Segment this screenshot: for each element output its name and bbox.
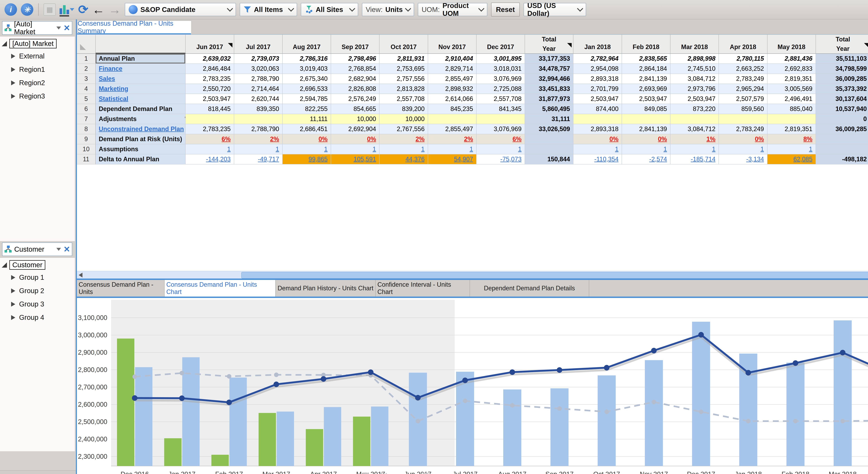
table-cell[interactable]: 1 <box>234 144 283 155</box>
collapsed-triangle-icon[interactable] <box>11 67 15 72</box>
table-cell[interactable]: 1% <box>671 134 719 144</box>
table-cell[interactable]: 2,783,235 <box>186 74 234 84</box>
collapsed-triangle-icon[interactable] <box>11 315 15 320</box>
column-header-aug17[interactable]: Aug 2017 <box>283 35 331 54</box>
table-cell[interactable]: 2,701,799 <box>574 84 622 94</box>
tab-consensus-demand-plan-units[interactable]: Consensus Demand Plan - Units <box>77 280 164 297</box>
table-cell[interactable]: 33,177,353 <box>525 54 574 64</box>
close-icon[interactable]: ✕ <box>63 23 70 33</box>
row-number[interactable]: 2 <box>77 64 96 74</box>
column-header-sep17[interactable]: Sep 2017 <box>331 35 379 54</box>
table-cell[interactable]: 8% <box>768 134 816 144</box>
table-cell[interactable]: 2,550,720 <box>186 84 234 94</box>
table-cell[interactable]: 0 <box>816 114 868 124</box>
table-cell[interactable]: 839,350 <box>234 104 283 114</box>
column-header-oct17[interactable]: Oct 2017 <box>379 35 428 54</box>
table-cell[interactable]: 1 <box>428 144 476 155</box>
row-label-marketing[interactable]: Marketing <box>96 84 186 94</box>
row-label-statistical[interactable]: Statistical <box>96 94 186 104</box>
row-label-annual-plan[interactable]: Annual Plan <box>96 54 186 64</box>
table-cell[interactable]: 0% <box>622 134 671 144</box>
label-column-header[interactable] <box>96 35 186 54</box>
customer-tree-item[interactable]: Group 2 <box>0 284 75 298</box>
table-cell[interactable]: 818,445 <box>186 104 234 114</box>
table-cell[interactable]: 2,893,318 <box>574 74 622 84</box>
table-cell[interactable]: 62,085 <box>768 155 816 164</box>
table-cell[interactable]: 3,020,063 <box>234 64 283 74</box>
table-cell[interactable]: 2% <box>379 134 428 144</box>
table-cell[interactable]: 2,576,249 <box>331 94 379 104</box>
table-cell[interactable]: 99,865 <box>283 155 331 164</box>
table-cell[interactable]: 11,111 <box>283 114 331 124</box>
chevron-down-icon[interactable] <box>56 27 61 30</box>
collapsed-triangle-icon[interactable] <box>11 289 15 293</box>
table-cell[interactable] <box>525 144 574 155</box>
table-cell[interactable]: 6% <box>186 134 234 144</box>
table-cell[interactable]: 2,682,904 <box>331 74 379 84</box>
expanded-triangle-icon[interactable] <box>2 262 7 268</box>
table-cell[interactable]: 2,614,066 <box>428 94 476 104</box>
table-cell[interactable]: 2,507,579 <box>719 94 767 104</box>
refresh-icon[interactable]: ⟳ <box>78 4 88 15</box>
tab-dependent-demand-plan-details[interactable]: Dependent Demand Plan Details <box>470 280 589 297</box>
table-cell[interactable]: 2,692,904 <box>331 124 379 134</box>
market-tree-root[interactable]: [Auto] Market <box>9 39 57 48</box>
table-cell[interactable]: 2,783,249 <box>719 124 767 134</box>
table-cell[interactable]: 2,898,998 <box>671 54 719 64</box>
tab-demand-plan-history-units-chart[interactable]: Demand Plan History - Units Chart <box>276 280 376 297</box>
table-cell[interactable]: 2,973,796 <box>671 84 719 94</box>
table-cell[interactable]: 1 <box>186 144 234 155</box>
table-cell[interactable]: 2,503,947 <box>671 94 719 104</box>
market-hierarchy-selector[interactable]: [Auto] Market ✕ <box>2 21 72 35</box>
table-cell[interactable]: 2,496,491 <box>768 94 816 104</box>
table-cell[interactable]: 2,826,808 <box>331 84 379 94</box>
table-cell[interactable]: 2,898,932 <box>428 84 476 94</box>
table-cell[interactable]: 2,767,556 <box>379 124 428 134</box>
table-cell[interactable]: 2,838,565 <box>622 54 671 64</box>
table-cell[interactable]: 2,788,790 <box>234 124 283 134</box>
table-cell[interactable]: 30,137,604 <box>816 94 868 104</box>
table-cell[interactable]: 2,855,497 <box>428 74 476 84</box>
table-cell[interactable]: -144,203 <box>186 155 234 164</box>
table-cell[interactable]: 2,811,931 <box>379 54 428 64</box>
table-cell[interactable]: 2,965,294 <box>719 84 767 94</box>
table-cell[interactable]: 2,841,139 <box>622 124 671 134</box>
table-cell[interactable]: 0% <box>283 134 331 144</box>
table-cell[interactable] <box>574 114 622 124</box>
table-cell[interactable]: 3,019,403 <box>283 64 331 74</box>
table-cell[interactable]: 2,841,139 <box>622 74 671 84</box>
table-cell[interactable]: 34,478,757 <box>525 64 574 74</box>
table-cell[interactable]: 2,881,436 <box>768 54 816 64</box>
view-dropdown[interactable]: View: Units <box>362 3 414 16</box>
row-number[interactable]: 1 <box>77 54 96 64</box>
table-cell[interactable]: 54,907 <box>428 155 476 164</box>
row-number[interactable]: 9 <box>77 134 96 144</box>
scrollbar-left-arrow[interactable] <box>79 273 83 277</box>
table-cell[interactable]: 10,537,940 <box>816 104 868 114</box>
table-cell[interactable]: 2,757,556 <box>379 74 428 84</box>
table-cell[interactable] <box>525 134 574 144</box>
row-label-dependent-demand-plan[interactable]: Dependent Demand Plan <box>96 104 186 114</box>
table-cell[interactable]: 2,780,115 <box>719 54 767 64</box>
reset-button[interactable]: Reset <box>491 3 520 16</box>
table-cell[interactable]: 2,714,464 <box>234 84 283 94</box>
table-cell[interactable]: 2,798,496 <box>331 54 379 64</box>
row-label-link[interactable]: Marketing <box>99 85 128 93</box>
table-cell[interactable]: 2,557,708 <box>476 94 525 104</box>
column-header-jan18[interactable]: Jan 2018 <box>574 35 622 54</box>
row-label-link[interactable]: Unconstrained Demand Plan <box>99 125 184 133</box>
column-header-jul17[interactable]: Jul 2017 <box>234 35 283 54</box>
table-cell[interactable]: 33,026,509 <box>525 124 574 134</box>
items-filter-dropdown[interactable]: All Items <box>240 3 297 16</box>
collapsed-triangle-icon[interactable] <box>11 302 15 307</box>
table-cell[interactable]: 2,788,790 <box>234 74 283 84</box>
table-cell[interactable]: 2,864,184 <box>622 64 671 74</box>
table-cell[interactable]: 3,084,712 <box>671 74 719 84</box>
table-cell[interactable]: 2,503,947 <box>574 94 622 104</box>
table-cell[interactable] <box>186 114 234 124</box>
market-tree-item[interactable]: Region2 <box>0 76 75 90</box>
column-header-feb18[interactable]: Feb 2018 <box>622 35 671 54</box>
table-cell[interactable]: 1 <box>574 144 622 155</box>
row-label-adjustments[interactable]: Adjustments✎ <box>96 114 186 124</box>
table-cell[interactable]: 1 <box>283 144 331 155</box>
